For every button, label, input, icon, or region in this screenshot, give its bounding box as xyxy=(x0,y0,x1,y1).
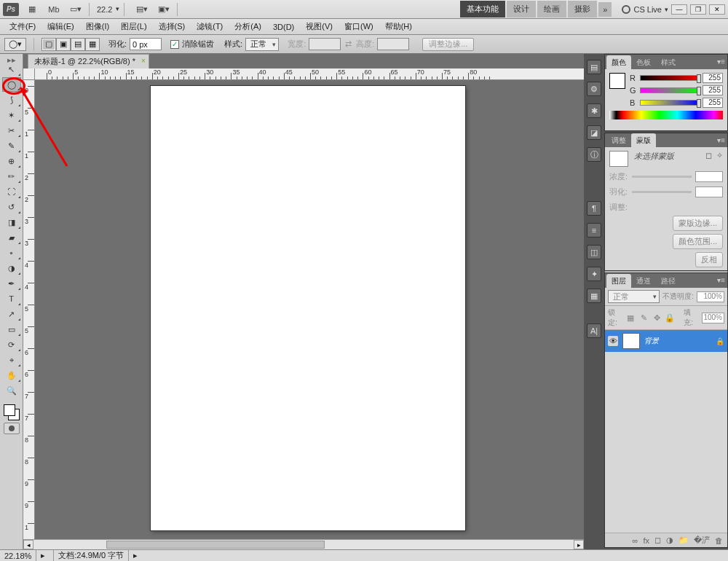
shape-tool[interactable]: ▭ xyxy=(2,322,21,337)
delete-layer-icon[interactable]: 🗑 xyxy=(715,536,723,545)
vertical-ruler[interactable]: 05112233445566778899111 xyxy=(23,80,35,539)
close-tab-icon[interactable]: × xyxy=(141,57,146,65)
tab-swatches[interactable]: 色板 xyxy=(631,55,656,69)
status-icon[interactable]: ▸ xyxy=(36,550,54,561)
color-preview[interactable] xyxy=(609,73,625,89)
view-extras-icon[interactable]: ▭▾ xyxy=(67,2,84,17)
layer-mask-icon[interactable]: ◻ xyxy=(654,536,661,545)
layer-row[interactable]: 👁 背景 🔒 xyxy=(605,330,727,352)
eyedropper-tool[interactable]: ✎ xyxy=(2,138,21,153)
hand-icon[interactable]: ▤▾ xyxy=(133,2,151,17)
current-tool-icon[interactable]: ◯▾ xyxy=(4,38,26,51)
move-tool[interactable]: ↖ xyxy=(2,62,21,76)
r-slider[interactable] xyxy=(640,75,700,81)
lock-transparent-icon[interactable]: ▦ xyxy=(625,313,636,323)
scroll-left-arrow[interactable]: ◂ xyxy=(23,540,33,549)
menu-edit[interactable]: 编辑(E) xyxy=(42,20,79,34)
paragraph-panel-icon[interactable]: ≡ xyxy=(587,223,601,238)
menu-3d[interactable]: 3D(D) xyxy=(268,21,299,33)
quick-mask-toggle[interactable] xyxy=(4,423,20,434)
swatch-panel-icon[interactable]: ▦ xyxy=(587,289,601,303)
minimize-button[interactable]: — xyxy=(671,4,687,15)
paragraph2-panel-icon[interactable]: A| xyxy=(587,323,601,338)
brush-panel-icon[interactable]: ✱ xyxy=(587,103,601,118)
menu-analysis[interactable]: 分析(A) xyxy=(229,20,266,34)
horizontal-ruler[interactable]: 05101520253035404550556065707580 xyxy=(35,68,584,80)
workspace-essentials[interactable]: 基本功能 xyxy=(460,1,505,17)
tab-adjustments[interactable]: 调整 xyxy=(606,133,631,147)
selection-new[interactable]: ▢ xyxy=(41,38,56,51)
hand-tool[interactable]: ✋ xyxy=(2,368,21,382)
refine-edge-button[interactable]: 调整边缘... xyxy=(422,38,474,51)
menu-select[interactable]: 选择(S) xyxy=(154,20,191,34)
scroll-right-arrow[interactable]: ▸ xyxy=(574,540,584,549)
quick-select-tool[interactable]: ✶ xyxy=(2,108,21,122)
group-icon[interactable]: 📁 xyxy=(678,536,689,545)
lock-all-icon[interactable]: 🔒 xyxy=(665,313,675,323)
document-tab[interactable]: 未标题-1 @ 22.2%(RGB/8) *× xyxy=(28,54,149,68)
eraser-tool[interactable]: ◨ xyxy=(2,215,21,230)
menu-window[interactable]: 窗口(W) xyxy=(339,20,379,34)
tab-layers[interactable]: 图层 xyxy=(606,274,631,288)
lock-pixels-icon[interactable]: ✎ xyxy=(638,313,649,323)
cslive-button[interactable]: CS Live▾ xyxy=(622,5,668,14)
g-slider[interactable] xyxy=(640,87,700,93)
feather-input[interactable]: 0 px xyxy=(130,38,162,50)
b-value[interactable]: 255 xyxy=(703,98,723,108)
tab-masks[interactable]: 蒙版 xyxy=(631,133,656,147)
color-range-button[interactable]: 颜色范围... xyxy=(673,234,723,249)
link-layers-icon[interactable]: ∞ xyxy=(633,536,638,545)
info-panel-icon[interactable]: ⓘ xyxy=(587,147,601,162)
brush-tool[interactable]: ✏ xyxy=(2,169,21,184)
workspace-design[interactable]: 设计 xyxy=(507,1,536,17)
dodge-tool[interactable]: ◑ xyxy=(2,261,21,275)
path-select-tool[interactable]: ↗ xyxy=(2,307,21,321)
navigator-panel-icon[interactable]: ◫ xyxy=(587,245,601,259)
history-panel-icon[interactable]: ▤ xyxy=(587,60,601,74)
selection-add[interactable]: ▣ xyxy=(56,38,71,51)
panel-menu-icon[interactable]: ▾≡ xyxy=(717,276,725,284)
tool-preset-icon[interactable]: ✦ xyxy=(587,267,601,281)
status-zoom[interactable]: 22.18% xyxy=(0,550,36,561)
clone-panel-icon[interactable]: ◪ xyxy=(587,125,601,140)
r-value[interactable]: 255 xyxy=(703,73,723,83)
pixel-mask-icon[interactable]: ◻ xyxy=(705,151,712,160)
workspace-more[interactable]: » xyxy=(598,2,612,17)
marquee-tool[interactable]: ◯ xyxy=(2,77,21,92)
3d-camera-tool[interactable]: ⌖ xyxy=(2,353,21,367)
restore-button[interactable]: ❐ xyxy=(690,4,706,15)
g-value[interactable]: 255 xyxy=(703,85,723,95)
tab-color[interactable]: 颜色 xyxy=(606,55,631,69)
crop-tool[interactable]: ✂ xyxy=(2,123,21,138)
selection-intersect[interactable]: ▦ xyxy=(85,38,100,51)
pen-tool[interactable]: ✒ xyxy=(2,276,21,291)
opacity-value[interactable]: 100% xyxy=(697,291,724,302)
scroll-thumb[interactable] xyxy=(106,541,325,549)
fill-value[interactable]: 100% xyxy=(702,313,724,323)
lock-position-icon[interactable]: ✥ xyxy=(652,313,662,323)
lasso-tool[interactable]: ⟆ xyxy=(2,93,21,107)
type-tool[interactable]: T xyxy=(2,291,21,306)
arrange-icon[interactable]: ▣▾ xyxy=(155,2,173,17)
blend-mode-select[interactable]: 正常 xyxy=(608,290,660,303)
workspace-photography[interactable]: 摄影 xyxy=(568,1,597,17)
healing-tool[interactable]: ⊕ xyxy=(2,154,21,168)
panel-menu-icon[interactable]: ▾≡ xyxy=(717,136,725,144)
zoom-tool[interactable]: 🔍 xyxy=(2,383,21,398)
menu-layer[interactable]: 图层(L) xyxy=(116,20,151,34)
blur-tool[interactable]: ∘ xyxy=(2,246,21,260)
adjustment-layer-icon[interactable]: ◑ xyxy=(666,536,673,545)
minibrige-icon[interactable]: Mb xyxy=(45,2,63,17)
style-select[interactable]: 正常 xyxy=(245,38,279,51)
bridge-icon[interactable]: ▦ xyxy=(23,2,41,17)
tab-channels[interactable]: 通道 xyxy=(631,274,656,288)
layer-thumbnail[interactable] xyxy=(622,333,640,349)
status-doc-size[interactable]: 文档:24.9M/0 字节 xyxy=(54,550,129,561)
zoom-level-select[interactable]: 22.2 xyxy=(94,5,119,14)
character-panel-icon[interactable]: ¶ xyxy=(587,201,601,216)
tab-paths[interactable]: 路径 xyxy=(656,274,681,288)
menu-view[interactable]: 视图(V) xyxy=(301,20,338,34)
actions-panel-icon[interactable]: ⚙ xyxy=(587,82,601,96)
selection-subtract[interactable]: ▤ xyxy=(71,38,85,51)
close-button[interactable]: ✕ xyxy=(709,4,725,15)
